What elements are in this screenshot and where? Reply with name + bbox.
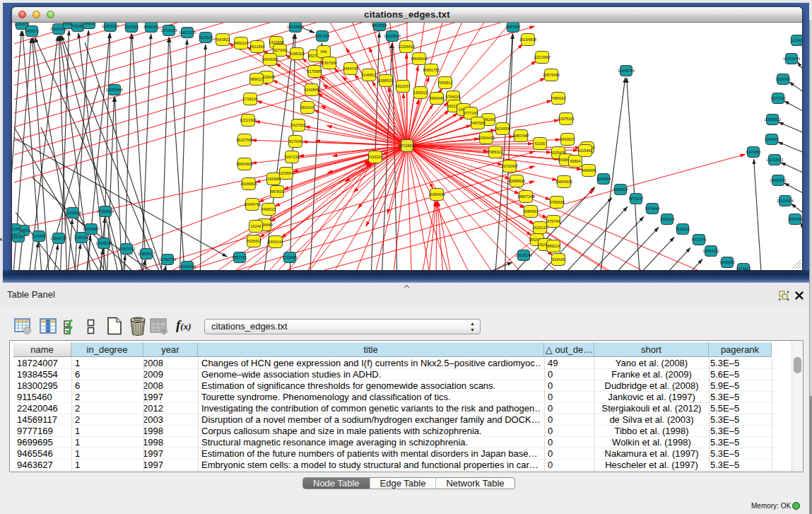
svg-text:16782759: 16782759: [159, 257, 176, 262]
svg-text:18640910: 18640910: [411, 57, 428, 61]
svg-text:9227342: 9227342: [771, 96, 786, 100]
svg-text:20206526: 20206526: [64, 211, 81, 215]
svg-text:1115682: 1115682: [32, 234, 46, 238]
svg-text:7955812: 7955812: [438, 81, 453, 85]
svg-text:9084067: 9084067: [524, 209, 539, 214]
svg-text:16154838: 16154838: [519, 37, 536, 42]
svg-text:9660124: 9660124: [234, 41, 249, 45]
svg-text:191668: 191668: [267, 177, 280, 181]
svg-text:9329966: 9329966: [776, 77, 791, 81]
svg-text:7515526: 7515526: [199, 35, 213, 40]
svg-text:1145194: 1145194: [74, 235, 89, 240]
svg-text:12093822: 12093822: [764, 117, 781, 122]
svg-text:9474612: 9474612: [736, 267, 751, 270]
svg-text:8186328: 8186328: [290, 52, 305, 56]
svg-text:6466160: 6466160: [144, 25, 159, 29]
svg-text:3267130: 3267130: [285, 155, 300, 159]
svg-text:7625402: 7625402: [247, 239, 261, 243]
svg-text:9146821: 9146821: [362, 73, 377, 77]
svg-text:12923468: 12923468: [179, 264, 196, 269]
svg-text:20364436: 20364436: [478, 136, 495, 140]
svg-text:6497568: 6497568: [471, 121, 486, 125]
svg-text:19384554: 19384554: [428, 192, 445, 197]
svg-text:5175685: 5175685: [307, 69, 322, 74]
svg-text:19654935: 19654935: [236, 162, 253, 166]
svg-text:10975887: 10975887: [83, 227, 100, 231]
svg-text:18807249: 18807249: [517, 194, 534, 199]
svg-text:8912954: 8912954: [250, 45, 265, 49]
svg-text:14136141: 14136141: [515, 253, 532, 257]
svg-text:1640954: 1640954: [596, 177, 611, 181]
svg-text:16543362: 16543362: [261, 57, 278, 62]
svg-text:10973493: 10973493: [543, 73, 560, 77]
svg-text:16210643: 16210643: [766, 158, 783, 162]
svg-text:8813054: 8813054: [372, 23, 387, 28]
svg-text:2367608: 2367608: [322, 61, 337, 65]
svg-text:1112428: 1112428: [790, 38, 802, 42]
svg-text:1405571: 1405571: [25, 29, 40, 33]
svg-text:10688609: 10688609: [508, 179, 525, 183]
svg-text:2803144: 2803144: [300, 105, 315, 110]
svg-text:17016504: 17016504: [777, 199, 794, 203]
svg-text:8322037: 8322037: [396, 84, 411, 88]
svg-text:9245652: 9245652: [720, 260, 735, 264]
svg-text:2718126: 2718126: [243, 97, 258, 101]
svg-text:889214: 889214: [547, 244, 560, 248]
svg-text:887833: 887833: [271, 189, 283, 194]
svg-text:13505155: 13505155: [95, 241, 112, 245]
svg-text:62160: 62160: [535, 141, 546, 146]
svg-text:9463627: 9463627: [560, 137, 575, 141]
svg-text:15692971: 15692971: [770, 178, 787, 182]
svg-text:9777169: 9777169: [464, 111, 478, 115]
svg-text:730286: 730286: [71, 24, 84, 28]
svg-text:10654112: 10654112: [702, 249, 719, 253]
svg-text:20053346: 20053346: [106, 88, 123, 92]
svg-text:18724007: 18724007: [398, 144, 417, 148]
svg-text:10958107: 10958107: [138, 252, 155, 256]
svg-text:8215953: 8215953: [746, 150, 761, 154]
svg-text:4498222: 4498222: [261, 207, 276, 211]
svg-text:2935114: 2935114: [660, 217, 675, 221]
svg-text:12213369: 12213369: [240, 118, 257, 122]
svg-text:12942737: 12942737: [50, 236, 67, 240]
svg-text:8958928: 8958928: [613, 187, 628, 192]
svg-text:927549: 927549: [273, 48, 286, 52]
svg-text:15720407: 15720407: [501, 164, 518, 168]
svg-text:1615137: 1615137: [533, 226, 548, 230]
svg-text:1362615: 1362615: [413, 90, 428, 95]
svg-text:10046766: 10046766: [244, 202, 261, 206]
svg-text:6794028: 6794028: [446, 95, 461, 99]
svg-text:8454749: 8454749: [343, 66, 358, 71]
svg-text:10719155: 10719155: [160, 28, 177, 33]
svg-text:1244415: 1244415: [765, 137, 779, 141]
svg-text:8990448: 8990448: [430, 96, 445, 100]
svg-text:17359928: 17359928: [97, 209, 114, 214]
svg-text:11325419: 11325419: [398, 45, 415, 49]
svg-text:16033809: 16033809: [287, 25, 304, 29]
svg-text:6879197: 6879197: [629, 197, 644, 201]
svg-text:19654923: 19654923: [555, 180, 572, 184]
svg-text:9115460: 9115460: [578, 148, 593, 153]
svg-text:99138: 99138: [12, 227, 20, 231]
svg-text:8471676: 8471676: [692, 238, 707, 242]
svg-text:933426: 933426: [552, 257, 565, 262]
svg-text:7485063: 7485063: [551, 96, 566, 100]
svg-text:1167534: 1167534: [788, 217, 802, 221]
svg-text:8427552: 8427552: [291, 123, 306, 127]
svg-text:9756928: 9756928: [550, 200, 565, 204]
svg-text:153594: 153594: [280, 171, 293, 175]
svg-text:817006: 817006: [289, 139, 302, 144]
svg-text:16648784: 16648784: [618, 69, 635, 73]
svg-text:12213967: 12213967: [534, 55, 551, 59]
svg-text:5716485: 5716485: [283, 255, 298, 259]
svg-text:7632621: 7632621: [676, 227, 690, 231]
svg-text:975746: 975746: [547, 219, 560, 223]
svg-text:19166825: 19166825: [240, 182, 257, 186]
svg-text:14935: 14935: [84, 23, 95, 25]
svg-text:9242848: 9242848: [305, 88, 319, 92]
svg-text:17957273: 17957273: [118, 247, 135, 251]
svg-text:96804: 96804: [570, 159, 581, 163]
svg-text:546: 546: [321, 49, 327, 54]
svg-text:16961755: 16961755: [423, 68, 440, 72]
svg-text:989012: 989012: [250, 77, 263, 81]
